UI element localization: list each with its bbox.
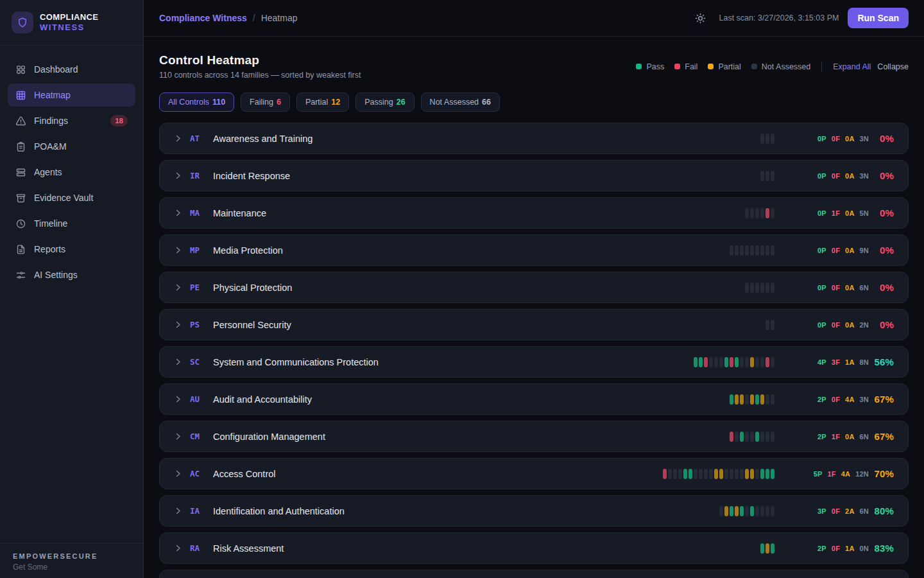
control-cell-not-assessed[interactable]: [678, 469, 682, 479]
control-cell-not-assessed[interactable]: [735, 432, 739, 442]
control-cell-pass[interactable]: [760, 543, 764, 554]
control-cell-pass[interactable]: [760, 469, 764, 479]
control-cell-not-assessed[interactable]: [755, 208, 759, 218]
control-cell-partial[interactable]: [735, 506, 739, 516]
control-cell-fail[interactable]: [730, 357, 733, 367]
control-cell-not-assessed[interactable]: [760, 134, 764, 144]
control-cell-partial[interactable]: [745, 469, 749, 479]
control-cell-not-assessed[interactable]: [745, 394, 749, 405]
control-cell-pass[interactable]: [694, 357, 697, 367]
control-cell-not-assessed[interactable]: [766, 283, 769, 293]
control-cell-not-assessed[interactable]: [755, 245, 759, 256]
control-cell-not-assessed[interactable]: [760, 208, 764, 218]
run-scan-button[interactable]: Run Scan: [848, 8, 909, 28]
chevron-right-icon[interactable]: [173, 245, 183, 255]
control-cell-not-assessed[interactable]: [745, 506, 749, 516]
control-cell-partial[interactable]: [766, 543, 769, 554]
control-cell-not-assessed[interactable]: [724, 469, 728, 479]
family-row-overflow[interactable]: [159, 570, 909, 578]
sidebar-item-heatmap[interactable]: Heatmap: [8, 83, 135, 107]
breadcrumb-root[interactable]: Compliance Witness: [159, 13, 247, 23]
chevron-right-icon[interactable]: [173, 506, 183, 516]
control-cell-not-assessed[interactable]: [766, 171, 769, 181]
sidebar-item-poa-m[interactable]: POA&M: [8, 135, 135, 158]
control-cell-not-assessed[interactable]: [719, 506, 723, 516]
control-cell-partial[interactable]: [740, 394, 744, 405]
control-cell-not-assessed[interactable]: [766, 134, 769, 144]
sidebar-item-findings[interactable]: Findings18: [8, 109, 135, 132]
filter-pill-partial[interactable]: Partial12: [296, 92, 349, 112]
sun-icon[interactable]: [695, 13, 706, 24]
filter-pill-failing[interactable]: Failing6: [241, 92, 290, 112]
collapse-link[interactable]: Collapse: [877, 62, 909, 71]
sidebar-item-ai-settings[interactable]: AI Settings: [8, 263, 135, 286]
sidebar-item-dashboard[interactable]: Dashboard: [8, 58, 135, 81]
expand-all-link[interactable]: Expand All: [833, 62, 871, 71]
control-cell-not-assessed[interactable]: [766, 245, 769, 256]
chevron-right-icon[interactable]: [173, 208, 183, 218]
control-cell-not-assessed[interactable]: [673, 469, 677, 479]
control-cell-partial[interactable]: [750, 394, 754, 405]
family-row-sc[interactable]: SCSystem and Communications Protection4P…: [159, 346, 909, 378]
control-cell-fail[interactable]: [663, 469, 667, 479]
control-cell-not-assessed[interactable]: [740, 245, 744, 256]
control-cell-not-assessed[interactable]: [760, 283, 764, 293]
control-cell-not-assessed[interactable]: [766, 432, 769, 442]
family-row-pe[interactable]: PEPhysical Protection0P0F0A6N0%: [159, 272, 909, 303]
control-cell-pass[interactable]: [740, 432, 744, 442]
control-cell-pass[interactable]: [724, 357, 728, 367]
control-cell-fail[interactable]: [766, 208, 769, 218]
control-cell-not-assessed[interactable]: [735, 469, 739, 479]
chevron-right-icon[interactable]: [173, 469, 183, 478]
control-cell-not-assessed[interactable]: [714, 357, 718, 367]
control-cell-not-assessed[interactable]: [745, 432, 749, 442]
family-row-au[interactable]: AUAudit and Accountability2P0F4A3N67%: [159, 383, 909, 415]
control-cell-pass[interactable]: [750, 506, 754, 516]
control-cell-partial[interactable]: [750, 469, 754, 479]
sidebar-item-evidence-vault[interactable]: Evidence Vault: [8, 186, 135, 209]
chevron-right-icon[interactable]: [173, 357, 183, 367]
control-cell-not-assessed[interactable]: [766, 506, 769, 516]
control-cell-not-assessed[interactable]: [745, 357, 749, 367]
control-cell-partial[interactable]: [719, 469, 723, 479]
control-cell-not-assessed[interactable]: [694, 469, 697, 479]
sidebar-item-reports[interactable]: Reports: [8, 238, 135, 261]
control-cell-not-assessed[interactable]: [750, 208, 754, 218]
control-cell-pass[interactable]: [755, 432, 759, 442]
chevron-right-icon[interactable]: [173, 320, 183, 329]
control-cell-not-assessed[interactable]: [760, 506, 764, 516]
control-cell-not-assessed[interactable]: [755, 506, 759, 516]
family-row-ia[interactable]: IAIdentification and Authentication3P0F2…: [159, 495, 909, 527]
control-cell-not-assessed[interactable]: [750, 283, 754, 293]
control-cell-not-assessed[interactable]: [755, 357, 759, 367]
filter-pill-all-controls[interactable]: All Controls110: [159, 92, 234, 112]
family-row-mp[interactable]: MPMedia Protection0P0F0A9N0%: [159, 234, 909, 266]
chevron-right-icon[interactable]: [173, 171, 183, 180]
family-row-ra[interactable]: RARisk Assessment2P0F1A0N83%: [159, 532, 909, 564]
control-cell-partial[interactable]: [750, 357, 754, 367]
family-row-ps[interactable]: PSPersonnel Security0P0F0A2N0%: [159, 309, 909, 340]
control-cell-not-assessed[interactable]: [766, 320, 769, 330]
control-cell-fail[interactable]: [730, 432, 733, 442]
control-cell-pass[interactable]: [689, 469, 692, 479]
control-cell-pass[interactable]: [730, 506, 733, 516]
control-cell-not-assessed[interactable]: [740, 357, 744, 367]
control-cell-not-assessed[interactable]: [709, 357, 713, 367]
family-row-ma[interactable]: MAMaintenance0P1F0A5N0%: [159, 197, 909, 229]
control-cell-not-assessed[interactable]: [740, 469, 744, 479]
control-cell-fail[interactable]: [766, 357, 769, 367]
control-cell-not-assessed[interactable]: [730, 469, 733, 479]
filter-pill-passing[interactable]: Passing26: [355, 92, 414, 112]
control-cell-not-assessed[interactable]: [766, 394, 769, 405]
control-cell-pass[interactable]: [683, 469, 687, 479]
control-cell-partial[interactable]: [714, 469, 718, 479]
control-cell-not-assessed[interactable]: [750, 245, 754, 256]
filter-pill-not-assessed[interactable]: Not Assessed66: [421, 92, 500, 112]
control-cell-not-assessed[interactable]: [760, 171, 764, 181]
chevron-right-icon[interactable]: [173, 283, 183, 292]
control-cell-not-assessed[interactable]: [668, 469, 672, 479]
control-cell-pass[interactable]: [699, 357, 703, 367]
family-row-ac[interactable]: ACAccess Control5P1F4A12N70%: [159, 458, 909, 489]
control-cell-not-assessed[interactable]: [760, 357, 764, 367]
control-cell-not-assessed[interactable]: [699, 469, 703, 479]
